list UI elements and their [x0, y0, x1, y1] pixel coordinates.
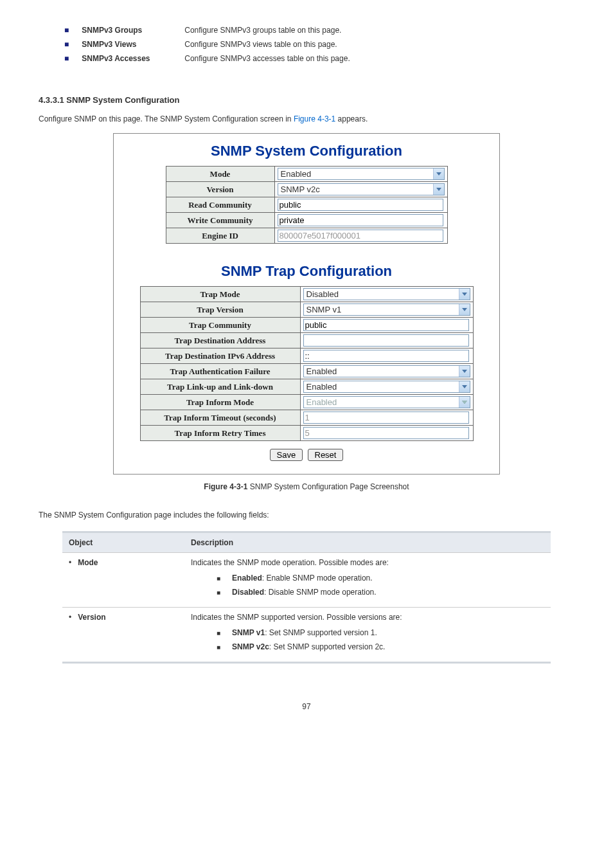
chevron-down-icon: [459, 304, 470, 315]
label-write-community: Write Community: [166, 213, 274, 228]
engine-id-input: [278, 230, 443, 242]
select-value: Enabled: [278, 168, 433, 179]
description-text: The SNMP System Configuration page inclu…: [39, 511, 574, 520]
field-desc: Indicates the SNMP mode operation. Possi…: [191, 558, 389, 567]
trap-timeout-input: [303, 411, 469, 424]
bullet-desc: Configure SNMPv3 accesses table on this …: [184, 54, 350, 63]
trap-inform-select: Enabled: [303, 396, 470, 408]
panel2-title: SNMP Trap Configuration: [127, 263, 486, 280]
chevron-down-icon: [459, 397, 470, 408]
sub-text: : Enable SNMP mode operation.: [262, 574, 373, 583]
label-trap-timeout: Trap Inform Timeout (seconds): [140, 410, 300, 426]
field-obj: Version: [78, 613, 105, 622]
label-version: Version: [166, 182, 274, 197]
label-trap-dest-ipv6: Trap Destination IPv6 Address: [140, 348, 300, 364]
trap-dest-ipv6-input[interactable]: [303, 350, 469, 362]
sub-label: Disabled: [232, 588, 264, 597]
select-value: SNMP v2c: [278, 184, 433, 195]
sub-item: SNMP v2c: Set SNMP supported version 2c.: [217, 642, 544, 651]
label-read-community: Read Community: [166, 197, 274, 213]
sub-item: Disabled: Disable SNMP mode operation.: [217, 588, 544, 597]
select-value: Enabled: [304, 366, 459, 377]
bullet-item: ■ SNMPv3 Accesses Configure SNMPv3 acces…: [64, 54, 574, 63]
figure-caption-text: SNMP System Configuration Page Screensho…: [247, 482, 409, 491]
page-number: 97: [39, 702, 574, 711]
bullet-desc: Configure SNMPv3 groups table on this pa…: [184, 26, 341, 35]
figure-caption-prefix: Figure 4-3-1: [204, 482, 247, 491]
select-value: Disabled: [304, 289, 459, 300]
chevron-down-icon: [433, 168, 444, 179]
sub-text: : Set SNMP supported version 2c.: [269, 642, 386, 651]
sub-item: Enabled: Enable SNMP mode operation.: [217, 574, 544, 583]
bullet-item: ■ SNMPv3 Views Configure SNMPv3 views ta…: [64, 40, 574, 49]
sub-label: SNMP v2c: [232, 642, 269, 651]
reset-button[interactable]: Reset: [308, 449, 344, 461]
version-select[interactable]: SNMP v2c: [278, 183, 445, 195]
field-desc: Indicates the SNMP supported version. Po…: [191, 613, 402, 622]
square-bullet-icon: ■: [64, 54, 69, 63]
trap-version-select[interactable]: SNMP v1: [303, 303, 470, 316]
trap-dest-input[interactable]: [303, 334, 469, 347]
chevron-down-icon: [459, 381, 470, 392]
bullet-label: SNMPv3 Groups: [82, 26, 184, 35]
read-community-input[interactable]: [278, 199, 443, 211]
sub-label: Enabled: [232, 574, 262, 583]
fields-table: Object Description Mode Indicates the SN…: [62, 531, 551, 664]
label-mode: Mode: [166, 167, 274, 182]
bullet-item: ■ SNMPv3 Groups Configure SNMPv3 groups …: [64, 26, 574, 35]
intro-b: appears.: [335, 114, 368, 123]
trap-link-select[interactable]: Enabled: [303, 381, 470, 393]
field-obj: Mode: [78, 558, 98, 567]
intro-text: Configure SNMP on this page. The SNMP Sy…: [39, 114, 574, 123]
label-engine-id: Engine ID: [166, 228, 274, 244]
label-trap-retry: Trap Inform Retry Times: [140, 426, 300, 441]
intro-a: Configure SNMP on this page. The SNMP Sy…: [39, 114, 294, 123]
trap-community-input[interactable]: [303, 319, 469, 331]
label-trap-community: Trap Community: [140, 318, 300, 333]
chevron-down-icon: [459, 366, 470, 377]
write-community-input[interactable]: [278, 214, 443, 226]
chevron-down-icon: [459, 289, 470, 300]
label-trap-link: Trap Link-up and Link-down: [140, 379, 300, 395]
chevron-down-icon: [433, 184, 444, 195]
select-value: SNMP v1: [304, 304, 459, 315]
select-value: Enabled: [304, 381, 459, 392]
trap-mode-select[interactable]: Disabled: [303, 288, 470, 300]
save-button[interactable]: Save: [270, 449, 303, 461]
panel1-title: SNMP System Configuration: [127, 143, 486, 159]
fields-header-description: Description: [184, 532, 551, 553]
config-panel: SNMP System Configuration Mode Enabled V…: [113, 133, 500, 475]
snmp-system-table: Mode Enabled Version SNMP v2c Read Commu…: [166, 166, 448, 244]
bullet-label: SNMPv3 Accesses: [82, 54, 184, 63]
button-row: Save Reset: [127, 449, 486, 461]
snmp-trap-table: Trap Mode Disabled Trap Version SNMP v1 …: [140, 286, 474, 441]
fields-header-object: Object: [62, 532, 184, 553]
sub-item: SNMP v1: Set SNMP supported version 1.: [217, 628, 544, 637]
trap-retry-input: [303, 427, 469, 439]
label-trap-mode: Trap Mode: [140, 287, 300, 302]
bullet-desc: Configure SNMPv3 views table on this pag…: [184, 40, 337, 49]
label-trap-version: Trap Version: [140, 302, 300, 318]
sub-label: SNMP v1: [232, 628, 265, 637]
trap-auth-select[interactable]: Enabled: [303, 365, 470, 377]
label-trap-dest: Trap Destination Address: [140, 333, 300, 348]
sub-text: : Set SNMP supported version 1.: [265, 628, 377, 637]
bullet-label: SNMPv3 Views: [82, 40, 184, 49]
intro-link[interactable]: Figure 4-3-1: [294, 114, 335, 123]
figure-caption: Figure 4-3-1 SNMP System Configuration P…: [39, 482, 574, 491]
sub-text: : Disable SNMP mode operation.: [264, 588, 377, 597]
select-value: Enabled: [304, 397, 459, 408]
square-bullet-icon: ■: [64, 40, 69, 49]
section-heading: 4.3.3.1 SNMP System Configuration: [39, 95, 574, 105]
mode-select[interactable]: Enabled: [278, 168, 445, 180]
label-trap-auth: Trap Authentication Failure: [140, 364, 300, 379]
square-bullet-icon: ■: [64, 26, 69, 35]
top-bullet-list: ■ SNMPv3 Groups Configure SNMPv3 groups …: [39, 26, 574, 63]
label-trap-inform: Trap Inform Mode: [140, 395, 300, 410]
